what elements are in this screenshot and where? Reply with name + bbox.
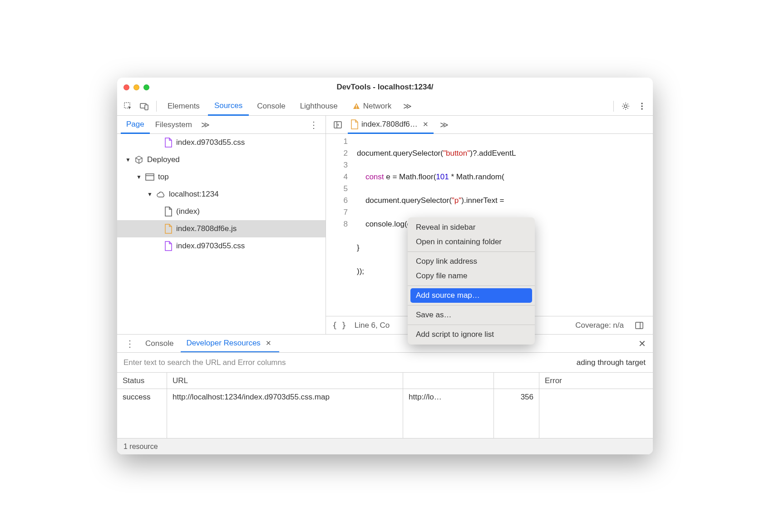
table-row[interactable]: success http://localhost:1234/index.d970… — [117, 389, 653, 405]
tabs-overflow-icon[interactable]: ≫ — [400, 101, 415, 111]
td-size: 356 — [494, 389, 539, 405]
td-error — [539, 389, 653, 405]
window-title: DevTools - localhost:1234/ — [117, 83, 653, 92]
sub-tabs: Page Filesystem ≫ ⋮ index.7808df6… ✕ ≫ — [117, 116, 653, 134]
th-size[interactable] — [494, 373, 539, 389]
td-url: http://localhost:1234/index.d9703d55.css… — [167, 389, 403, 405]
file-tree: index.d9703d55.css ▼ Deployed ▼ top ▼ lo… — [117, 134, 326, 334]
tree-host[interactable]: ▼ localhost:1234 — [117, 186, 326, 203]
chevron-down-icon: ▼ — [136, 174, 142, 180]
th-status[interactable]: Status — [117, 373, 167, 389]
inspect-icon[interactable] — [121, 99, 135, 113]
tab-console[interactable]: Console — [251, 97, 291, 116]
menu-save-as[interactable]: Save as… — [408, 308, 535, 322]
close-drawer-icon[interactable]: ✕ — [636, 338, 648, 349]
loading-label: ading through target — [569, 358, 653, 367]
chevron-down-icon: ▼ — [125, 157, 131, 163]
tree-deployed[interactable]: ▼ Deployed — [117, 151, 326, 168]
menu-separator — [408, 251, 535, 252]
th-error[interactable]: Error — [539, 373, 653, 389]
editor-tabs: index.7808df6… ✕ ≫ — [326, 116, 653, 133]
svg-rect-13 — [636, 322, 643, 329]
js-file-icon — [350, 119, 359, 129]
tab-lighthouse[interactable]: Lighthouse — [294, 97, 344, 116]
tree-file-index[interactable]: (index) — [117, 203, 326, 220]
divider — [156, 101, 157, 112]
svg-point-6 — [641, 103, 643, 104]
tab-elements[interactable]: Elements — [161, 97, 206, 116]
maximize-window-button[interactable] — [143, 84, 149, 90]
tab-network[interactable]: Network — [346, 97, 398, 116]
menu-add-source-map[interactable]: Add source map… — [410, 288, 532, 303]
kebab-menu-icon[interactable] — [635, 99, 649, 113]
th-initiator[interactable] — [403, 373, 494, 389]
toggle-debugger-icon[interactable] — [632, 318, 647, 333]
subtab-filesystem[interactable]: Filesystem — [150, 116, 197, 134]
line-gutter: 12345678 — [326, 134, 353, 316]
tree-file-js[interactable]: index.7808df6e.js — [117, 220, 326, 237]
menu-copy-name[interactable]: Copy file name — [408, 269, 535, 283]
toggle-navigator-icon[interactable] — [331, 118, 345, 132]
search-input[interactable] — [117, 353, 569, 372]
navigator-kebab-icon[interactable]: ⋮ — [306, 119, 322, 130]
tree-file-css[interactable]: index.d9703d55.css — [117, 134, 326, 151]
table-header: Status URL Error — [117, 373, 653, 389]
tree-top[interactable]: ▼ top — [117, 168, 326, 186]
menu-copy-link[interactable]: Copy link address — [408, 254, 535, 269]
th-url[interactable]: URL — [167, 373, 403, 389]
device-toolbar-icon[interactable] — [137, 99, 152, 113]
menu-open-folder[interactable]: Open in containing folder — [408, 235, 535, 249]
table-row-empty — [117, 422, 653, 438]
td-initiator: http://lo… — [403, 389, 494, 405]
resources-table: Status URL Error success http://localhos… — [117, 372, 653, 438]
drawer-tab-devresources[interactable]: Developer Resources ✕ — [181, 335, 279, 353]
navigator-tabs: Page Filesystem ≫ ⋮ — [117, 116, 326, 133]
menu-reveal-sidebar[interactable]: Reveal in sidebar — [408, 220, 535, 235]
settings-icon[interactable] — [618, 99, 633, 113]
svg-rect-11 — [146, 174, 154, 180]
close-drawer-tab-icon[interactable]: ✕ — [263, 339, 274, 347]
cloud-icon — [156, 190, 165, 198]
svg-point-8 — [641, 108, 643, 110]
coverage-label: Coverage: n/a — [575, 321, 624, 330]
subtabs-overflow-icon[interactable]: ≫ — [197, 120, 213, 130]
pretty-print-icon[interactable]: { } — [332, 321, 346, 330]
menu-separator — [408, 286, 535, 286]
minimize-window-button[interactable] — [133, 84, 139, 90]
tree-file-css2[interactable]: index.d9703d55.css — [117, 237, 326, 255]
menu-separator — [408, 305, 535, 305]
menu-ignore-list[interactable]: Add script to ignore list — [408, 327, 535, 342]
svg-point-7 — [641, 105, 643, 107]
editor-tabs-overflow-icon[interactable]: ≫ — [436, 120, 452, 130]
divider — [613, 101, 614, 112]
cursor-position: Line 6, Co — [355, 321, 390, 330]
subtab-page[interactable]: Page — [121, 116, 150, 134]
file-tab-label: index.7808df6… — [361, 120, 418, 129]
file-tab[interactable]: index.7808df6… ✕ — [348, 116, 434, 134]
close-tab-icon[interactable]: ✕ — [420, 120, 431, 128]
footer: 1 resource — [117, 438, 653, 454]
svg-rect-4 — [356, 108, 357, 108]
td-status: success — [117, 389, 167, 405]
tab-sources[interactable]: Sources — [208, 97, 249, 116]
drawer-tabs: ⋮ Console Developer Resources ✕ ✕ — [117, 334, 653, 352]
svg-rect-2 — [145, 105, 148, 110]
close-window-button[interactable] — [123, 84, 129, 90]
context-menu: Reveal in sidebar Open in containing fol… — [408, 217, 535, 345]
css-file-icon — [164, 138, 173, 148]
content: index.d9703d55.css ▼ Deployed ▼ top ▼ lo… — [117, 134, 653, 334]
frame-icon — [145, 173, 154, 181]
main-tabs: Elements Sources Console Lighthouse Netw… — [117, 97, 653, 116]
table-row-empty — [117, 405, 653, 422]
js-file-icon — [164, 224, 173, 234]
drawer-tab-console[interactable]: Console — [140, 335, 179, 353]
svg-rect-3 — [356, 105, 357, 107]
svg-point-5 — [624, 105, 627, 108]
traffic-lights — [123, 84, 149, 90]
file-icon — [164, 207, 173, 217]
drawer-kebab-icon[interactable]: ⋮ — [122, 338, 138, 349]
search-row: ading through target — [117, 352, 653, 372]
menu-separator — [408, 325, 535, 325]
cube-icon — [134, 155, 143, 164]
css-file-icon — [164, 241, 173, 251]
